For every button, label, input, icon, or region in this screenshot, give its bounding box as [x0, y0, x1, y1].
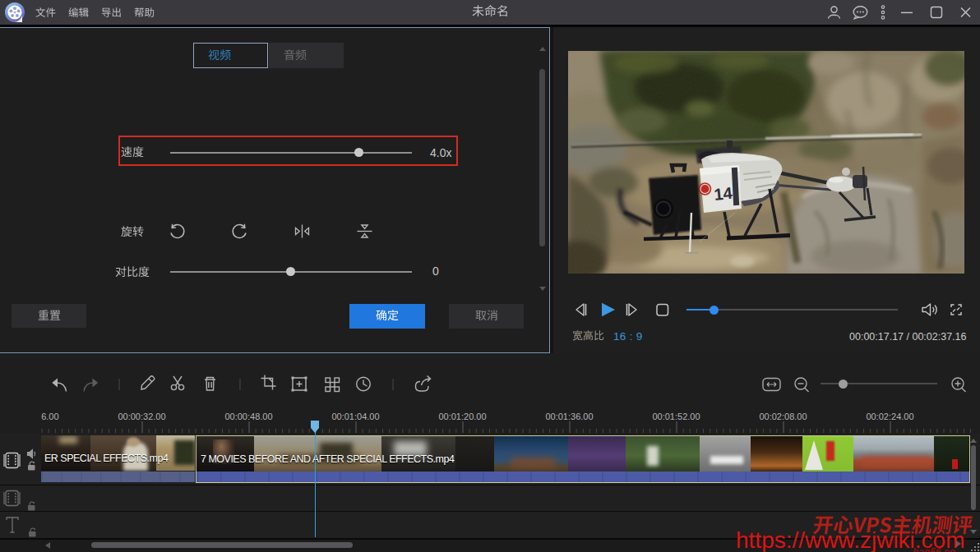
svg-text:14: 14	[713, 184, 733, 204]
